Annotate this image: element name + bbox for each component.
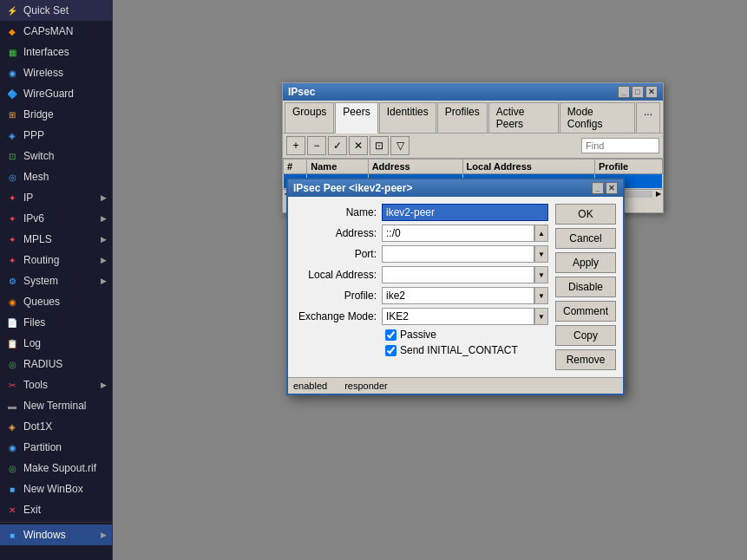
sidebar-item-label: WireGuard	[23, 88, 74, 100]
sidebar-item-files[interactable]: 📄 Files	[0, 312, 112, 333]
enable-button[interactable]: ✓	[328, 136, 347, 155]
tab-groups[interactable]: Groups	[285, 102, 334, 133]
exit-icon: ✕	[5, 503, 19, 517]
apply-button[interactable]: Apply	[555, 252, 616, 273]
copy-button[interactable]: Copy	[555, 325, 616, 346]
exchange-mode-input[interactable]	[382, 308, 534, 325]
tab-identities[interactable]: Identities	[379, 102, 436, 133]
name-row: Name:	[295, 204, 548, 221]
caps-icon: ◆	[5, 24, 19, 38]
profile-select: ▼	[382, 287, 548, 304]
port-select: ▼	[382, 245, 548, 263]
copy-toolbar-button[interactable]: ⊡	[370, 136, 389, 155]
sidebar-item-system[interactable]: ⚙ System ▶	[0, 270, 112, 291]
log-icon: 📋	[5, 336, 19, 350]
sidebar-item-label: Wireless	[23, 67, 63, 79]
tab-more[interactable]: ...	[636, 102, 660, 133]
sidebar-item-terminal[interactable]: ▬ New Terminal	[0, 395, 112, 416]
exchange-mode-dropdown-arrow[interactable]: ▼	[534, 308, 548, 325]
disable-toolbar-button[interactable]: ✕	[349, 136, 368, 155]
make-icon: ◎	[5, 461, 19, 475]
winbox-icon: ■	[5, 482, 19, 496]
peers-toolbar: + − ✓ ✕ ⊡ ▽	[283, 133, 663, 159]
sidebar-item-mesh[interactable]: ◎ Mesh	[0, 166, 112, 187]
profile-dropdown-arrow[interactable]: ▼	[534, 287, 548, 304]
local-address-dropdown-arrow[interactable]: ▼	[534, 266, 548, 283]
sidebar-item-label: Bridge	[23, 108, 54, 120]
mpls-icon: ✦	[5, 232, 19, 246]
add-button[interactable]: +	[286, 136, 305, 155]
send-initial-checkbox[interactable]	[385, 345, 396, 356]
maximize-button[interactable]: □	[632, 86, 644, 98]
sidebar-item-label: CAPsMAN	[23, 25, 73, 37]
sidebar-item-dot1x[interactable]: ◈ Dot1X	[0, 416, 112, 437]
dialog-status1: enabled	[293, 381, 327, 391]
search-input[interactable]	[581, 138, 659, 153]
bridge-icon: ⊞	[5, 107, 19, 121]
peer-dialog-close[interactable]: ✕	[606, 182, 618, 194]
sidebar-item-tools[interactable]: ✂ Tools ▶	[0, 374, 112, 395]
address-arrow[interactable]: ▲	[534, 225, 548, 242]
sidebar-item-ppp[interactable]: ◈ PPP	[0, 125, 112, 146]
sidebar-item-label: Tools	[23, 379, 48, 391]
filter-button[interactable]: ▽	[390, 136, 410, 155]
close-button[interactable]: ✕	[645, 86, 658, 98]
remove-button[interactable]: Remove	[555, 349, 616, 370]
port-dropdown-arrow[interactable]: ▼	[534, 245, 548, 263]
sidebar-item-exit[interactable]: ✕ Exit	[0, 499, 112, 520]
profile-input[interactable]	[382, 287, 534, 304]
exchange-mode-label: Exchange Mode:	[295, 310, 382, 322]
quick-set-icon: ⚡	[5, 3, 19, 17]
ppp-icon: ◈	[5, 128, 19, 142]
minimize-button[interactable]: _	[618, 86, 630, 98]
sidebar-item-wireless[interactable]: ◉ Wireless	[0, 62, 112, 83]
sidebar-item-capsman[interactable]: ◆ CAPsMAN	[0, 21, 112, 42]
ok-button[interactable]: OK	[555, 204, 616, 225]
address-input[interactable]	[382, 225, 534, 242]
tab-mode-configs[interactable]: Mode Configs	[560, 102, 635, 133]
tab-peers[interactable]: Peers	[335, 102, 377, 133]
local-address-row: Local Address: ▼	[295, 266, 548, 283]
sidebar-item-log[interactable]: 📋 Log	[0, 333, 112, 354]
passive-checkbox[interactable]	[385, 329, 396, 341]
sidebar-item-mpls[interactable]: ✦ MPLS ▶	[0, 229, 112, 250]
port-input[interactable]	[382, 245, 534, 263]
sidebar-item-ip[interactable]: ✦ IP ▶	[0, 187, 112, 208]
send-initial-label: Send INITIAL_CONTACT	[400, 344, 518, 356]
cancel-button[interactable]: Cancel	[555, 228, 616, 249]
sidebar-item-switch[interactable]: ⊡ Switch	[0, 146, 112, 166]
sidebar-item-queues[interactable]: ◉ Queues	[0, 291, 112, 312]
remove-button[interactable]: −	[307, 136, 326, 155]
sidebar-item-interfaces[interactable]: ▦ Interfaces	[0, 42, 112, 62]
peer-dialog-minimize[interactable]: _	[592, 182, 604, 194]
sidebar-item-ipv6[interactable]: ✦ IPv6 ▶	[0, 208, 112, 229]
tab-profiles[interactable]: Profiles	[437, 102, 488, 133]
sidebar-item-quick-set[interactable]: ⚡ Quick Set	[0, 0, 112, 21]
tools-arrow: ▶	[101, 381, 107, 389]
sidebar-item-label: IP	[23, 192, 33, 204]
sidebar-item-partition[interactable]: ◉ Partition	[0, 437, 112, 458]
ip-arrow: ▶	[101, 193, 107, 202]
name-input[interactable]	[382, 204, 548, 221]
exchange-mode-select: ▼	[382, 308, 548, 325]
dot1x-icon: ◈	[5, 420, 19, 433]
send-initial-row: Send INITIAL_CONTACT	[295, 344, 548, 356]
routing-icon: ✦	[5, 253, 19, 267]
sidebar-item-winbox[interactable]: ■ New WinBox	[0, 479, 112, 499]
local-address-input[interactable]	[382, 266, 534, 283]
sidebar-item-label: New WinBox	[23, 483, 83, 495]
comment-button[interactable]: Comment	[555, 301, 616, 322]
sidebar: ⚡ Quick Set ◆ CAPsMAN ▦ Interfaces ◉ Wir…	[0, 0, 113, 560]
sidebar-item-routing[interactable]: ✦ Routing ▶	[0, 250, 112, 270]
tab-active-peers[interactable]: Active Peers	[488, 102, 559, 133]
sidebar-item-bridge[interactable]: ⊞ Bridge	[0, 104, 112, 125]
wireguard-icon: 🔷	[5, 87, 19, 101]
sidebar-item-wireguard[interactable]: 🔷 WireGuard	[0, 83, 112, 104]
disable-button[interactable]: Disable	[555, 277, 616, 297]
scroll-right-arrow[interactable]: ▶	[654, 190, 663, 198]
sidebar-item-make[interactable]: ◎ Make Supout.rif	[0, 458, 112, 479]
sidebar-item-windows[interactable]: ■ Windows ▶	[0, 524, 112, 545]
sidebar-item-radius[interactable]: ◎ RADIUS	[0, 354, 112, 374]
iface-icon: ▦	[5, 45, 19, 59]
peer-dialog-footer: enabled responder	[288, 377, 623, 394]
